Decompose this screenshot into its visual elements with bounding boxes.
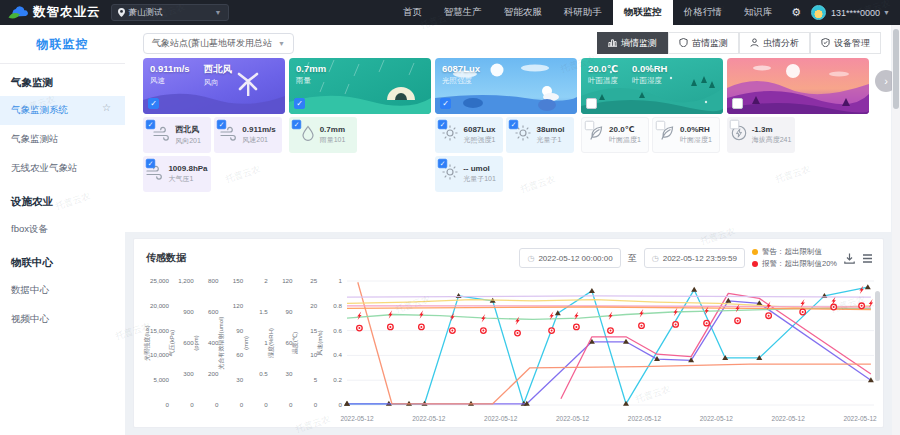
leaf-shield-icon xyxy=(679,38,688,49)
tab-虫情分析[interactable]: 虫情分析 xyxy=(739,32,810,54)
location-pin-icon xyxy=(118,8,125,17)
sensor-chip-0-2[interactable]: ✓1009.8hPa大气压1 xyxy=(143,156,211,192)
nav-item-4[interactable]: 物联监控 xyxy=(613,0,673,25)
sensor-card-1: 0.7mm雨量✓✓0.7mm雨量101 xyxy=(289,58,431,192)
gear-icon[interactable]: ⚙ xyxy=(783,6,809,19)
sensor-label: 光量子101 xyxy=(463,174,496,184)
sensor-label: 光照强度1 xyxy=(463,135,495,145)
banner-label: 叶面温度 xyxy=(588,76,618,86)
card-checkbox[interactable]: ✓ xyxy=(586,98,597,109)
tab-墒情监测[interactable]: 墒情监测 xyxy=(597,32,668,54)
card-banner-sunset[interactable]: ✓ xyxy=(727,58,869,114)
app-title: 数智农业云 xyxy=(33,4,101,21)
sensor-value: 0.0%RH xyxy=(680,125,712,134)
chevron-down-icon: ▼ xyxy=(215,9,222,16)
legend-item: 报警：超出限制值20% xyxy=(752,259,837,269)
sensor-chip-0-1[interactable]: ✓0.911m/s风速201 xyxy=(214,117,282,153)
sensor-checkbox[interactable]: ✓ xyxy=(292,120,301,129)
date-to-value: 2022-05-12 23:59:59 xyxy=(663,254,737,263)
legend-dot xyxy=(752,249,758,255)
svg-text:200: 200 xyxy=(208,370,219,377)
date-range-separator: 至 xyxy=(628,252,637,265)
svg-text:2022-05-12: 2022-05-12 xyxy=(340,415,374,422)
nav-item-2[interactable]: 智能农服 xyxy=(493,0,553,25)
svg-text:1: 1 xyxy=(338,277,342,284)
banner-label: 雨量 xyxy=(296,76,326,86)
date-from-input[interactable]: ◷ 2022-05-12 00:00:00 xyxy=(519,248,620,268)
sensor-chip-0-0[interactable]: ✓西北风风向201 xyxy=(143,117,211,153)
sensor-checkbox[interactable]: ✓ xyxy=(656,121,665,130)
sensor-checkbox[interactable]: ✓ xyxy=(509,120,518,129)
sidebar-item-1-0[interactable]: fbox设备 xyxy=(0,215,125,244)
sensor-checkbox[interactable]: ✓ xyxy=(146,159,155,168)
sensor-checkbox[interactable]: ✓ xyxy=(730,120,739,129)
svg-text:20,000: 20,000 xyxy=(150,302,169,309)
brand: 数智农业云 xyxy=(0,4,111,21)
banner-label: 风向 xyxy=(204,78,233,88)
banner-label: 光照强度 xyxy=(442,76,480,86)
chart-controls: ◷ 2022-05-12 00:00:00 至 ◷ 2022-05-12 23:… xyxy=(519,247,873,269)
nav-item-0[interactable]: 首页 xyxy=(392,0,433,25)
card-banner-leaf[interactable]: 20.0℃叶面温度0.0%RH叶面湿度✓ xyxy=(581,58,723,114)
sensor-label: 海拔高度241 xyxy=(752,135,792,145)
sensor-checkbox[interactable]: ✓ xyxy=(438,159,447,168)
sensor-chip-1-0[interactable]: ✓0.7mm雨量101 xyxy=(289,117,357,153)
main-content: 气象站点(萧山基地研发用总站 ▼ 墒情监测苗情监测虫情分析设备管理 0.911m… xyxy=(125,25,891,435)
card-checkbox[interactable]: ✓ xyxy=(732,98,743,109)
user-phone: 131****0000 xyxy=(831,8,880,18)
sensor-chip-2-1[interactable]: ✓38umol光量子1 xyxy=(506,117,574,153)
star-icon[interactable]: ☆ xyxy=(102,102,111,113)
station-selector-dropdown[interactable]: 气象站点(萧山基地研发用总站 ▼ xyxy=(143,33,294,54)
nav-item-5[interactable]: 价格行情 xyxy=(673,0,733,25)
org-selector-dropdown[interactable]: 萧山测试 ▼ xyxy=(111,4,229,21)
sensor-label: 风速201 xyxy=(242,135,275,145)
sensor-checkbox[interactable]: ✓ xyxy=(146,120,155,129)
sensor-checkbox[interactable]: ✓ xyxy=(438,120,447,129)
sensor-checkbox[interactable]: ✓ xyxy=(585,121,594,130)
svg-text:气压(kPa): 气压(kPa) xyxy=(168,330,175,357)
sidebar-item-0-1[interactable]: 气象监测站 xyxy=(0,125,125,154)
svg-text:25: 25 xyxy=(310,277,317,284)
svg-text:风速(m/s): 风速(m/s) xyxy=(317,330,323,356)
card-banner-rain[interactable]: 0.7mm雨量✓ xyxy=(289,58,431,114)
card-checkbox[interactable]: ✓ xyxy=(294,98,305,109)
avatar[interactable] xyxy=(811,5,826,20)
sidebar-item-0-0[interactable]: 气象监测系统☆ xyxy=(0,96,125,125)
svg-text:2022-05-12: 2022-05-12 xyxy=(700,415,734,422)
chart-scrollbar[interactable] xyxy=(875,291,880,381)
user-menu[interactable]: 131****0000 ▼ xyxy=(831,8,900,18)
sidebar-item-2-0[interactable]: 数据中心 xyxy=(0,276,125,305)
sidebar-item-2-1[interactable]: 视频中心 xyxy=(0,305,125,334)
nav-item-3[interactable]: 科研助手 xyxy=(553,0,613,25)
nav-item-6[interactable]: 知识库 xyxy=(733,0,784,25)
page-scrollbar-thumb[interactable] xyxy=(893,29,899,109)
list-view-icon[interactable] xyxy=(862,253,873,264)
sensor-chip-2-0[interactable]: ✓6087Lux光照强度1 xyxy=(435,117,503,153)
sensor-label: 光量子1 xyxy=(536,135,564,145)
sensor-chip-3-1[interactable]: ✓0.0%RH叶面湿度1 xyxy=(652,117,720,153)
svg-text:0.5: 0.5 xyxy=(259,370,268,377)
banner-value: 0.0%RH xyxy=(632,63,667,74)
card-checkbox[interactable]: ✓ xyxy=(148,98,159,109)
download-icon[interactable] xyxy=(844,253,855,264)
svg-text:5: 5 xyxy=(314,376,318,383)
sidebar-item-0-2[interactable]: 无线农业气象站 xyxy=(0,154,125,183)
sensor-chip-2-2[interactable]: ✓-- umol光量子101 xyxy=(435,156,503,192)
monitor-panel: 气象站点(萧山基地研发用总站 ▼ 墒情监测苗情监测虫情分析设备管理 0.911m… xyxy=(125,25,891,232)
card-banner-wind[interactable]: 0.911m/s风速西北风风向✓ xyxy=(143,58,285,114)
date-to-input[interactable]: ◷ 2022-05-12 23:59:59 xyxy=(644,248,745,268)
sensor-line-chart[interactable]: 光照强度(lux)05,00010,00015,00020,00025,000气… xyxy=(134,271,883,429)
top-navbar: 数智农业云 萧山测试 ▼ 首页智慧生产智能农服科研助手物联监控价格行情知识库 ⚙… xyxy=(0,0,900,25)
svg-text:150: 150 xyxy=(233,277,244,284)
sensor-checkbox[interactable]: ✓ xyxy=(217,120,226,129)
tab-设备管理[interactable]: 设备管理 xyxy=(810,32,881,54)
nav-item-1[interactable]: 智慧生产 xyxy=(433,0,493,25)
tab-苗情监测[interactable]: 苗情监测 xyxy=(668,32,739,54)
svg-text:2022-05-12: 2022-05-12 xyxy=(843,415,877,422)
page-scrollbar[interactable] xyxy=(892,25,900,435)
svg-text:0.4: 0.4 xyxy=(333,351,342,358)
card-checkbox[interactable]: ✓ xyxy=(440,98,451,109)
card-banner-light[interactable]: 6087Lux光照强度✓ xyxy=(435,58,577,114)
sensor-chip-3-0[interactable]: ✓20.0℃叶面温度1 xyxy=(581,117,649,153)
sensor-chip-4-0[interactable]: ✓-1.3m海拔高度241 xyxy=(727,117,795,153)
